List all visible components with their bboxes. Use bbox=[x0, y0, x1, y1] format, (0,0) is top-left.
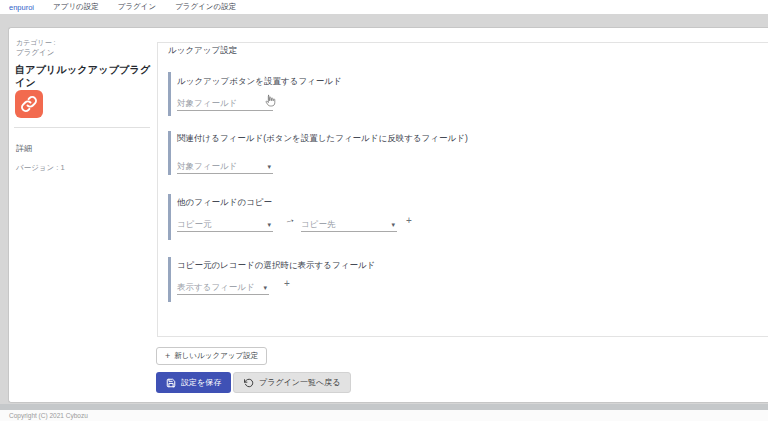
related-field-select[interactable]: 対象フィールド ▾ bbox=[177, 161, 273, 174]
section2-accent-bar bbox=[168, 131, 171, 175]
breadcrumb-plugin-settings[interactable]: プラグインの設定 bbox=[175, 2, 236, 12]
chevron-down-icon: ▾ bbox=[391, 221, 397, 229]
plus-icon: + bbox=[165, 351, 170, 361]
panel-title: ルックアップ設定 bbox=[168, 45, 237, 57]
version-label: バージョン : 1 bbox=[16, 163, 65, 173]
section2-label: 関連付けるフィールド(ボタンを設置したフィールドに反映するフィールド) bbox=[177, 133, 468, 145]
plugin-title: 自アプリルックアッププラグイン bbox=[15, 64, 151, 89]
section4-label: コピー元のレコードの選択時に表示するフィールド bbox=[177, 260, 375, 272]
chevron-down-icon: ▾ bbox=[267, 221, 273, 229]
display-field-select[interactable]: 表示するフィールド ▾ bbox=[177, 282, 269, 295]
target-field-select[interactable]: 対象フィールド ▾ bbox=[177, 98, 273, 111]
details-link[interactable]: 詳細 bbox=[16, 143, 32, 154]
section4-accent-bar bbox=[168, 257, 171, 302]
back-to-plugin-list-label: プラグイン一覧へ戻る bbox=[259, 377, 340, 388]
chevron-down-icon: ▾ bbox=[267, 163, 273, 171]
chevron-down-icon: ▾ bbox=[263, 284, 269, 292]
breadcrumb-app-name[interactable]: enpuroi bbox=[9, 3, 34, 12]
return-arrow-icon bbox=[244, 378, 254, 388]
add-copy-row-icon[interactable]: + bbox=[406, 216, 412, 226]
sidebar-divider bbox=[14, 127, 150, 128]
save-settings-label: 設定を保存 bbox=[181, 377, 221, 388]
save-icon bbox=[166, 378, 176, 388]
target-field-placeholder: 対象フィールド bbox=[177, 98, 237, 110]
section3-label: 他のフィールドのコピー bbox=[177, 197, 272, 209]
display-field-placeholder: 表示するフィールド bbox=[177, 282, 255, 294]
related-field-placeholder: 対象フィールド bbox=[177, 161, 237, 173]
section3-accent-bar bbox=[168, 194, 171, 240]
back-to-plugin-list-button[interactable]: プラグイン一覧へ戻る bbox=[233, 372, 351, 393]
plugin-icon bbox=[15, 90, 43, 118]
section1-accent-bar bbox=[168, 72, 171, 116]
category-label: カテゴリー : bbox=[16, 38, 56, 48]
category-value: プラグイン bbox=[16, 48, 54, 58]
chevron-down-icon: ▾ bbox=[267, 100, 273, 108]
save-settings-button[interactable]: 設定を保存 bbox=[156, 372, 231, 393]
new-lookup-setting-button[interactable]: + 新しいルックアップ設定 bbox=[156, 347, 267, 365]
footer: Copyright (C) 2021 Cybozu bbox=[0, 410, 768, 421]
copy-source-select[interactable]: コピー元 ▾ bbox=[177, 219, 273, 232]
copy-destination-select[interactable]: コピー先 ▾ bbox=[301, 219, 397, 232]
new-lookup-setting-label: 新しいルックアップ設定 bbox=[174, 351, 258, 361]
breadcrumb: enpuroi アプリの設定 プラグイン プラグインの設定 bbox=[0, 0, 768, 14]
breadcrumb-app-settings[interactable]: アプリの設定 bbox=[53, 2, 99, 12]
copy-source-placeholder: コピー元 bbox=[177, 219, 211, 231]
copy-destination-placeholder: コピー先 bbox=[301, 219, 335, 231]
section1-label: ルックアップボタンを設置するフィールド bbox=[177, 76, 342, 88]
breadcrumb-plugins[interactable]: プラグイン bbox=[118, 2, 156, 12]
chain-link-icon bbox=[20, 95, 38, 113]
copyright-text: Copyright (C) 2021 Cybozu bbox=[9, 412, 88, 419]
add-display-field-icon[interactable]: + bbox=[284, 279, 290, 289]
